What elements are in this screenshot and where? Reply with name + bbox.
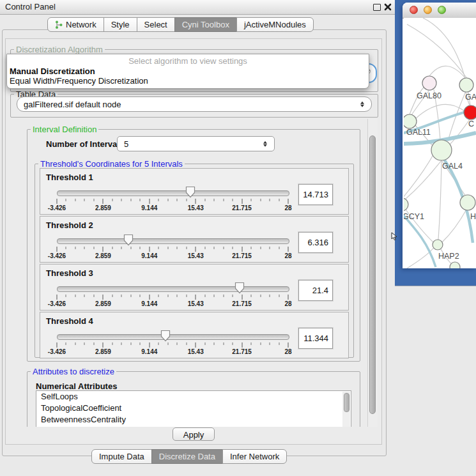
close-traffic-light-icon[interactable]	[410, 6, 418, 14]
threshold-value-field[interactable]: 21.4	[298, 280, 333, 301]
tab-select[interactable]: Select	[137, 17, 175, 32]
threshold-label: Threshold 4	[46, 316, 93, 326]
network-node-hap2[interactable]	[433, 240, 443, 250]
network-edge	[405, 160, 441, 199]
threshold-slider-track[interactable]	[57, 286, 289, 292]
network-edge	[404, 156, 433, 198]
network-node-label: GAL80	[417, 91, 441, 100]
slider-ticks	[57, 199, 288, 204]
table-data-select[interactable]: galFiltered.sif default node	[17, 96, 372, 112]
combo-down-arrow-icon	[360, 105, 364, 107]
tick-label: 15.43	[188, 252, 204, 259]
tick-label: 21.715	[232, 348, 252, 355]
threshold-slider-handle[interactable]	[160, 330, 171, 342]
network-node-c[interactable]	[464, 105, 476, 119]
minimize-traffic-light-icon[interactable]	[424, 6, 432, 14]
zoom-traffic-light-icon[interactable]	[438, 6, 446, 14]
threshold-row: Threshold 3 -3.4262.8599.14415.4321.7152…	[40, 264, 349, 311]
tick-label: 2.859	[95, 348, 111, 355]
network-node-ga[interactable]	[459, 78, 473, 92]
slider-ticks	[57, 295, 288, 300]
number-of-intervals-select[interactable]: 5	[117, 136, 275, 151]
tick-label: 2.859	[95, 204, 111, 211]
tab-network[interactable]: Network	[47, 17, 104, 32]
tab-label: Discretize Data	[159, 450, 215, 463]
network-icon	[55, 20, 63, 29]
tab-infer-network[interactable]: Infer Network	[222, 449, 287, 464]
tick-label: 21.715	[232, 300, 252, 307]
threshold-slider-track[interactable]	[57, 190, 289, 196]
network-node-h[interactable]	[460, 195, 475, 210]
network-window-titlebar	[403, 3, 476, 19]
tick-label: 28	[284, 300, 291, 307]
tick-label: -3.426	[48, 252, 66, 259]
number-of-intervals-value: 5	[124, 139, 128, 149]
attributes-scrollbar-thumb[interactable]	[344, 393, 349, 412]
control-panel-title: Control Panel	[5, 2, 56, 12]
tick-label: 9.144	[141, 204, 157, 211]
apply-button[interactable]: Apply	[173, 427, 215, 441]
threshold-row: Threshold 1 -3.4262.8599.14415.4321.7152…	[40, 168, 349, 215]
settings-scrollbar-thumb[interactable]	[369, 135, 376, 414]
tab-label: Select	[144, 18, 167, 31]
close-icon[interactable]	[384, 3, 392, 11]
threshold-slider-handle[interactable]	[123, 234, 134, 246]
threshold-row: Threshold 2 -3.4262.8599.14415.4321.7152…	[40, 216, 349, 263]
attribute-item-selfloops[interactable]: SelfLoops	[36, 391, 351, 403]
tab-label: Infer Network	[230, 450, 279, 463]
combo-up-arrow-icon	[360, 101, 364, 104]
algorithm-dropdown-hint: Select algorithm to view settings	[7, 56, 369, 66]
network-node[interactable]	[450, 262, 460, 268]
tab-discretize-data[interactable]: Discretize Data	[151, 449, 223, 464]
interval-definition-title: Interval Definition	[31, 125, 98, 134]
attribute-item-betweennesscentrality[interactable]: BetweennessCentrality	[36, 414, 351, 426]
numerical-attributes-label: Numerical Attributes	[36, 381, 117, 391]
network-canvas[interactable]: GAL80GACGAL11GAL4HGCY1HAP2	[404, 18, 476, 268]
tab-impute-data[interactable]: Impute Data	[91, 449, 152, 464]
slider-tick-labels: -3.4262.8599.14415.4321.71528	[57, 348, 288, 356]
threshold-label: Threshold 1	[46, 173, 93, 182]
threshold-slider-handle[interactable]	[185, 186, 196, 198]
tab-label: Style	[111, 18, 130, 31]
tick-label: 2.859	[95, 300, 111, 307]
network-node-gcy1[interactable]	[404, 198, 408, 211]
algorithm-option-equal-width-frequency-discretization[interactable]: Equal Width/Frequency Discretization	[10, 76, 148, 86]
tab-jactivemnodules[interactable]: jActiveMNodules	[236, 17, 314, 32]
threshold-value-field[interactable]: 11.344	[298, 328, 333, 349]
attributes-scrollbar[interactable]	[342, 392, 350, 427]
algorithm-option-manual-discretization[interactable]: Manual Discretization	[10, 66, 95, 76]
threshold-slider-track[interactable]	[57, 334, 289, 340]
network-node-gal11[interactable]	[404, 114, 417, 128]
network-node-gal4[interactable]	[431, 140, 452, 160]
thresholds-group-title: Threshold's Coordinates for 5 Intervals	[38, 159, 185, 169]
tick-label: -3.426	[48, 348, 66, 355]
bottom-tabs: Impute DataDiscretize DataInfer Network	[91, 449, 287, 464]
slider-tick-labels: -3.4262.8599.14415.4321.71528	[57, 252, 288, 260]
tick-label: 15.43	[188, 300, 204, 307]
tick-label: 21.715	[232, 204, 252, 211]
tick-label: 28	[284, 348, 291, 355]
network-edge	[438, 160, 441, 240]
threshold-slider-track[interactable]	[57, 238, 289, 244]
mouse-cursor	[391, 232, 397, 241]
tab-style[interactable]: Style	[104, 17, 137, 32]
network-node-label: H	[470, 212, 476, 221]
threshold-slider-handle[interactable]	[234, 282, 245, 294]
threshold-label: Threshold 2	[46, 220, 93, 230]
numerical-attributes-list[interactable]: SelfLoopsTopologicalCoefficientBetweenne…	[36, 390, 351, 427]
discretization-algorithm-title: Discretization Algorithm	[14, 45, 105, 54]
threshold-value-field[interactable]: 14.713	[298, 184, 333, 205]
network-node-label: HAP2	[438, 252, 459, 261]
tab-cyni-toolbox[interactable]: Cyni Toolbox	[174, 17, 237, 32]
threshold-value-field[interactable]: 6.316	[298, 232, 333, 253]
settings-scrollbar[interactable]	[367, 119, 378, 427]
network-node-gal80[interactable]	[422, 76, 436, 90]
tick-label: -3.426	[48, 300, 66, 307]
attribute-item-topologicalcoefficient[interactable]: TopologicalCoefficient	[36, 403, 351, 414]
table-panel: Table Panel ✓ ✓ shared…na YDL19…YDL1YDR2…	[395, 286, 476, 476]
tick-label: 15.43	[188, 348, 204, 355]
table-data-selected-value: galFiltered.sif default node	[24, 100, 121, 109]
float-window-icon[interactable]	[373, 4, 381, 11]
control-panel-titlebar: Control Panel	[0, 0, 395, 15]
network-node-label: GA	[465, 93, 476, 102]
